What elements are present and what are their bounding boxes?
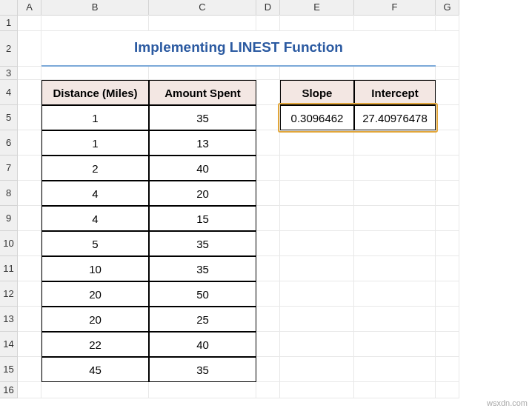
cell-E13[interactable] bbox=[280, 307, 354, 332]
cell-slope-value[interactable]: 0.3096462 bbox=[280, 105, 354, 130]
cell-C9[interactable]: 15 bbox=[149, 206, 256, 231]
cell-F3[interactable] bbox=[354, 67, 436, 80]
cell-C5[interactable]: 35 bbox=[149, 105, 256, 130]
cell-B15[interactable]: 45 bbox=[41, 357, 149, 382]
cell-F15[interactable] bbox=[354, 357, 436, 382]
cell-A15[interactable] bbox=[18, 357, 41, 382]
row-header-6[interactable]: 6 bbox=[0, 130, 18, 156]
cell-E6[interactable] bbox=[280, 130, 354, 156]
cell-B13[interactable]: 20 bbox=[41, 307, 149, 332]
cell-F9[interactable] bbox=[354, 206, 436, 231]
row-header-15[interactable]: 15 bbox=[0, 357, 18, 382]
cell-A8[interactable] bbox=[18, 181, 41, 206]
cell-B11[interactable]: 10 bbox=[41, 256, 149, 281]
cell-C11[interactable]: 35 bbox=[149, 256, 256, 281]
cell-D5[interactable] bbox=[256, 105, 280, 130]
cell-G12[interactable] bbox=[436, 281, 459, 307]
row-header-7[interactable]: 7 bbox=[0, 156, 18, 181]
cell-G4[interactable] bbox=[436, 80, 459, 105]
cell-A7[interactable] bbox=[18, 156, 41, 181]
cell-C1[interactable] bbox=[149, 15, 256, 31]
cell-B10[interactable]: 5 bbox=[41, 231, 149, 256]
cell-G15[interactable] bbox=[436, 357, 459, 382]
cell-B5[interactable]: 1 bbox=[41, 105, 149, 130]
cell-C16[interactable] bbox=[149, 382, 256, 398]
cell-E14[interactable] bbox=[280, 332, 354, 357]
cell-A1[interactable] bbox=[18, 15, 41, 31]
cell-C10[interactable]: 35 bbox=[149, 231, 256, 256]
cell-D14[interactable] bbox=[256, 332, 280, 357]
cell-F16[interactable] bbox=[354, 382, 436, 398]
col-header-A[interactable]: A bbox=[18, 0, 41, 16]
cell-F11[interactable] bbox=[354, 256, 436, 281]
cell-E3[interactable] bbox=[280, 67, 354, 80]
row-header-13[interactable]: 13 bbox=[0, 307, 18, 332]
row-header-10[interactable]: 10 bbox=[0, 231, 18, 256]
cell-D7[interactable] bbox=[256, 156, 280, 181]
col-header-C[interactable]: C bbox=[149, 0, 256, 16]
cell-E10[interactable] bbox=[280, 231, 354, 256]
row-header-11[interactable]: 11 bbox=[0, 256, 18, 281]
cell-F12[interactable] bbox=[354, 281, 436, 307]
select-all-corner[interactable] bbox=[0, 0, 18, 16]
cell-D12[interactable] bbox=[256, 281, 280, 307]
cell-D9[interactable] bbox=[256, 206, 280, 231]
cell-D11[interactable] bbox=[256, 256, 280, 281]
col-header-F[interactable]: F bbox=[354, 0, 436, 16]
cell-A3[interactable] bbox=[18, 67, 41, 80]
cell-G2[interactable] bbox=[436, 31, 459, 67]
cell-A5[interactable] bbox=[18, 105, 41, 130]
cell-G5[interactable] bbox=[436, 105, 459, 130]
cell-E11[interactable] bbox=[280, 256, 354, 281]
cell-A6[interactable] bbox=[18, 130, 41, 156]
cell-C7[interactable]: 40 bbox=[149, 156, 256, 181]
col-header-G[interactable]: G bbox=[436, 0, 459, 16]
cell-B16[interactable] bbox=[41, 382, 149, 398]
row-header-1[interactable]: 1 bbox=[0, 15, 18, 31]
cell-B8[interactable]: 4 bbox=[41, 181, 149, 206]
cell-A14[interactable] bbox=[18, 332, 41, 357]
cell-B9[interactable]: 4 bbox=[41, 206, 149, 231]
cell-A12[interactable] bbox=[18, 281, 41, 307]
cell-intercept-value[interactable]: 27.40976478 bbox=[354, 105, 436, 130]
cell-C12[interactable]: 50 bbox=[149, 281, 256, 307]
cell-G16[interactable] bbox=[436, 382, 459, 398]
cell-G1[interactable] bbox=[436, 15, 459, 31]
row-header-4[interactable]: 4 bbox=[0, 80, 18, 105]
cell-E12[interactable] bbox=[280, 281, 354, 307]
cell-C3[interactable] bbox=[149, 67, 256, 80]
cell-F1[interactable] bbox=[354, 15, 436, 31]
cell-E7[interactable] bbox=[280, 156, 354, 181]
col-header-E[interactable]: E bbox=[280, 0, 354, 16]
cell-D16[interactable] bbox=[256, 382, 280, 398]
cell-D13[interactable] bbox=[256, 307, 280, 332]
row-header-14[interactable]: 14 bbox=[0, 332, 18, 357]
cell-A13[interactable] bbox=[18, 307, 41, 332]
row-header-12[interactable]: 12 bbox=[0, 281, 18, 307]
cell-F14[interactable] bbox=[354, 332, 436, 357]
cell-F6[interactable] bbox=[354, 130, 436, 156]
row-header-16[interactable]: 16 bbox=[0, 382, 18, 398]
cell-A4[interactable] bbox=[18, 80, 41, 105]
cell-C8[interactable]: 20 bbox=[149, 181, 256, 206]
cell-A11[interactable] bbox=[18, 256, 41, 281]
cell-D10[interactable] bbox=[256, 231, 280, 256]
cell-G7[interactable] bbox=[436, 156, 459, 181]
cell-D15[interactable] bbox=[256, 357, 280, 382]
row-header-3[interactable]: 3 bbox=[0, 67, 18, 80]
cell-B7[interactable]: 2 bbox=[41, 156, 149, 181]
cell-A10[interactable] bbox=[18, 231, 41, 256]
row-header-5[interactable]: 5 bbox=[0, 105, 18, 130]
row-header-9[interactable]: 9 bbox=[0, 206, 18, 231]
cell-G8[interactable] bbox=[436, 181, 459, 206]
col-header-D[interactable]: D bbox=[256, 0, 280, 16]
cell-D1[interactable] bbox=[256, 15, 280, 31]
cell-G9[interactable] bbox=[436, 206, 459, 231]
header-distance[interactable]: Distance (Miles) bbox=[41, 80, 149, 105]
cell-E15[interactable] bbox=[280, 357, 354, 382]
cell-E16[interactable] bbox=[280, 382, 354, 398]
cell-E9[interactable] bbox=[280, 206, 354, 231]
cell-G14[interactable] bbox=[436, 332, 459, 357]
cell-C13[interactable]: 25 bbox=[149, 307, 256, 332]
cell-C6[interactable]: 13 bbox=[149, 130, 256, 156]
